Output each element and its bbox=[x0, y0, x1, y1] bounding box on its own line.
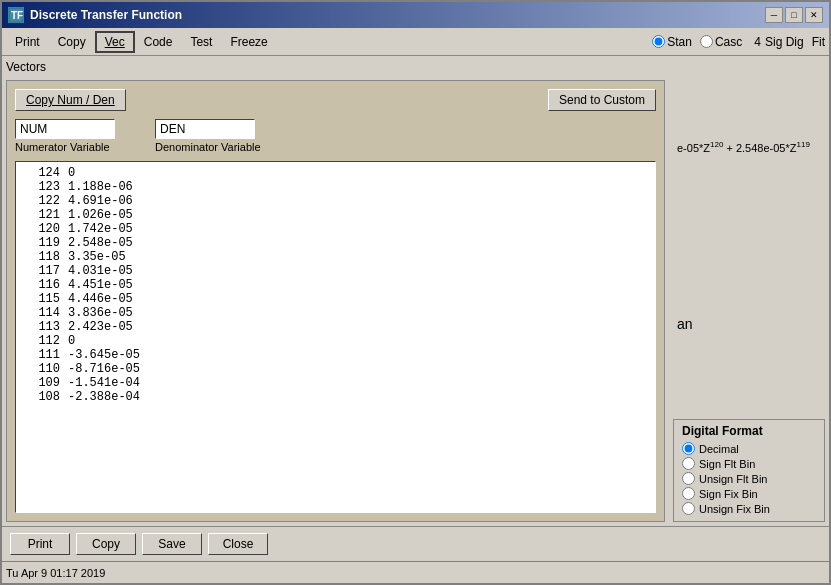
row-index: 115 bbox=[20, 292, 60, 306]
sign-fix-bin-option[interactable]: Sign Fix Bin bbox=[682, 487, 816, 500]
row-index: 120 bbox=[20, 222, 60, 236]
status-bar: Tu Apr 9 01:17 2019 bbox=[2, 561, 829, 583]
maximize-button[interactable]: □ bbox=[785, 7, 803, 23]
row-value: 0 bbox=[68, 334, 168, 348]
title-buttons: ─ □ ✕ bbox=[765, 7, 823, 23]
sig-dig-suffix: Sig Dig bbox=[765, 35, 804, 49]
unsign-flt-bin-radio[interactable] bbox=[682, 472, 695, 485]
close-button[interactable]: ✕ bbox=[805, 7, 823, 23]
row-index: 122 bbox=[20, 194, 60, 208]
stan-radio-label[interactable]: Stan bbox=[652, 35, 692, 49]
table-row: 110-8.716e-05 bbox=[20, 362, 651, 376]
num-input[interactable] bbox=[15, 119, 115, 139]
stan-radio[interactable] bbox=[652, 35, 665, 48]
menu-copy[interactable]: Copy bbox=[49, 32, 95, 52]
main-content: Vectors Copy Num / Den Send to Custom Nu… bbox=[2, 56, 829, 526]
row-value: 3.35e-05 bbox=[68, 250, 168, 264]
menu-print[interactable]: Print bbox=[6, 32, 49, 52]
den-input-group: Denominator Variable bbox=[155, 119, 261, 153]
row-value: 2.423e-05 bbox=[68, 320, 168, 334]
row-index: 108 bbox=[20, 390, 60, 404]
menu-bar-right: Stan Casc 4 Sig Dig Fit bbox=[652, 35, 825, 49]
sign-fix-bin-radio[interactable] bbox=[682, 487, 695, 500]
unsign-fix-bin-radio[interactable] bbox=[682, 502, 695, 515]
den-label: Denominator Variable bbox=[155, 141, 261, 153]
row-index: 113 bbox=[20, 320, 60, 334]
row-index: 121 bbox=[20, 208, 60, 222]
sign-flt-bin-option[interactable]: Sign Flt Bin bbox=[682, 457, 816, 470]
row-value: 4.451e-05 bbox=[68, 278, 168, 292]
row-value: -3.645e-05 bbox=[68, 348, 168, 362]
equation-line2: an bbox=[677, 316, 821, 332]
menu-freeze[interactable]: Freeze bbox=[221, 32, 276, 52]
menu-code[interactable]: Code bbox=[135, 32, 182, 52]
menu-bar: Print Copy Vec Code Test Freeze Stan Cas… bbox=[2, 28, 829, 56]
minimize-button[interactable]: ─ bbox=[765, 7, 783, 23]
row-index: 117 bbox=[20, 264, 60, 278]
table-row: 109-1.541e-04 bbox=[20, 376, 651, 390]
fit-label: Fit bbox=[812, 35, 825, 49]
row-index: 110 bbox=[20, 362, 60, 376]
casc-radio-label[interactable]: Casc bbox=[700, 35, 742, 49]
sig-dig-value: 4 bbox=[754, 35, 761, 49]
right-panel: e-05*Z120 + 2.548e-05*Z119 an Digital Fo… bbox=[669, 56, 829, 526]
table-row: 1211.026e-05 bbox=[20, 208, 651, 222]
table-row: 108-2.388e-04 bbox=[20, 390, 651, 404]
menu-vec[interactable]: Vec bbox=[95, 31, 135, 53]
row-value: 0 bbox=[68, 166, 168, 180]
casc-radio[interactable] bbox=[700, 35, 713, 48]
sign-flt-bin-radio[interactable] bbox=[682, 457, 695, 470]
bottom-copy-button[interactable]: Copy bbox=[76, 533, 136, 555]
menu-test[interactable]: Test bbox=[181, 32, 221, 52]
title-bar: TF Discrete Transfer Function ─ □ ✕ bbox=[2, 2, 829, 28]
num-input-group: Numerator Variable bbox=[15, 119, 115, 153]
window-title: Discrete Transfer Function bbox=[30, 8, 182, 22]
table-row: 1132.423e-05 bbox=[20, 320, 651, 334]
row-value: 4.031e-05 bbox=[68, 264, 168, 278]
row-index: 123 bbox=[20, 180, 60, 194]
table-row: 1231.188e-06 bbox=[20, 180, 651, 194]
table-row: 1192.548e-05 bbox=[20, 236, 651, 250]
row-index: 112 bbox=[20, 334, 60, 348]
row-value: -2.388e-04 bbox=[68, 390, 168, 404]
unsign-fix-bin-option[interactable]: Unsign Fix Bin bbox=[682, 502, 816, 515]
row-index: 111 bbox=[20, 348, 60, 362]
table-row: 1164.451e-05 bbox=[20, 278, 651, 292]
main-window: TF Discrete Transfer Function ─ □ ✕ Prin… bbox=[0, 0, 831, 585]
decimal-radio[interactable] bbox=[682, 442, 695, 455]
decimal-option[interactable]: Decimal bbox=[682, 442, 816, 455]
bottom-print-button[interactable]: Print bbox=[10, 533, 70, 555]
row-value: 4.691e-06 bbox=[68, 194, 168, 208]
row-value: -8.716e-05 bbox=[68, 362, 168, 376]
num-label: Numerator Variable bbox=[15, 141, 115, 153]
inputs-row: Numerator Variable Denominator Variable bbox=[15, 119, 656, 153]
table-row: 1174.031e-05 bbox=[20, 264, 651, 278]
bottom-save-button[interactable]: Save bbox=[142, 533, 202, 555]
unsign-flt-bin-option[interactable]: Unsign Flt Bin bbox=[682, 472, 816, 485]
table-row: 1143.836e-05 bbox=[20, 306, 651, 320]
table-row: 1154.446e-05 bbox=[20, 292, 651, 306]
vectors-label: Vectors bbox=[6, 60, 665, 74]
eq1-text: e-05*Z120 + 2.548e-05*Z119 bbox=[677, 142, 810, 154]
row-index: 116 bbox=[20, 278, 60, 292]
copy-num-den-button[interactable]: Copy Num / Den bbox=[15, 89, 126, 111]
row-value: 1.026e-05 bbox=[68, 208, 168, 222]
table-row: 1224.691e-06 bbox=[20, 194, 651, 208]
vectors-box: Copy Num / Den Send to Custom Numerator … bbox=[6, 80, 665, 522]
equation-area: e-05*Z120 + 2.548e-05*Z119 an bbox=[673, 60, 825, 411]
left-panel: Vectors Copy Num / Den Send to Custom Nu… bbox=[2, 56, 669, 526]
table-row: 1201.742e-05 bbox=[20, 222, 651, 236]
table-row: 1120 bbox=[20, 334, 651, 348]
den-input[interactable] bbox=[155, 119, 255, 139]
status-text: Tu Apr 9 01:17 2019 bbox=[6, 567, 105, 579]
row-value: 1.742e-05 bbox=[68, 222, 168, 236]
row-value: 2.548e-05 bbox=[68, 236, 168, 250]
row-index: 119 bbox=[20, 236, 60, 250]
data-area[interactable]: 12401231.188e-061224.691e-061211.026e-05… bbox=[15, 161, 656, 513]
bottom-close-button[interactable]: Close bbox=[208, 533, 268, 555]
title-bar-left: TF Discrete Transfer Function bbox=[8, 7, 182, 23]
table-row: 1183.35e-05 bbox=[20, 250, 651, 264]
send-to-custom-button[interactable]: Send to Custom bbox=[548, 89, 656, 111]
top-buttons-row: Copy Num / Den Send to Custom bbox=[15, 89, 656, 111]
row-value: 3.836e-05 bbox=[68, 306, 168, 320]
